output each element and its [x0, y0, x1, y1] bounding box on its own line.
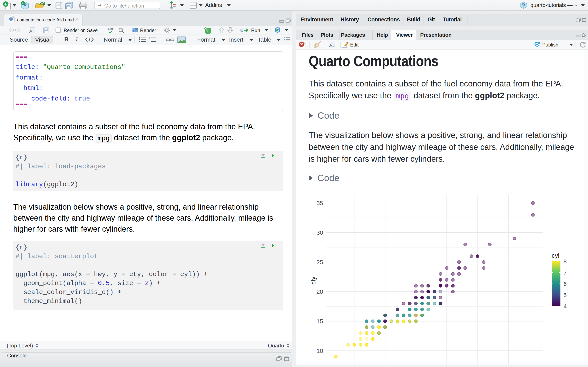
- svg-text:1: 1: [149, 37, 150, 39]
- svg-text:8: 8: [563, 258, 567, 265]
- svg-text:25: 25: [316, 259, 323, 266]
- svg-text:2: 2: [149, 40, 150, 43]
- svg-text:C: C: [207, 29, 209, 33]
- svg-text:R: R: [522, 2, 525, 7]
- svg-text:15: 15: [316, 318, 323, 325]
- svg-text:5: 5: [563, 292, 567, 298]
- svg-text:35: 35: [316, 200, 323, 206]
- svg-text:30: 30: [316, 229, 323, 236]
- svg-text:6: 6: [563, 281, 567, 287]
- svg-text:cty: cty: [310, 276, 317, 285]
- svg-text:cyl: cyl: [552, 252, 559, 259]
- svg-text:7: 7: [563, 269, 567, 276]
- svg-text:20: 20: [316, 288, 323, 295]
- svg-text:10: 10: [316, 347, 323, 354]
- svg-text:ABC: ABC: [107, 27, 114, 31]
- svg-text:4: 4: [563, 303, 567, 309]
